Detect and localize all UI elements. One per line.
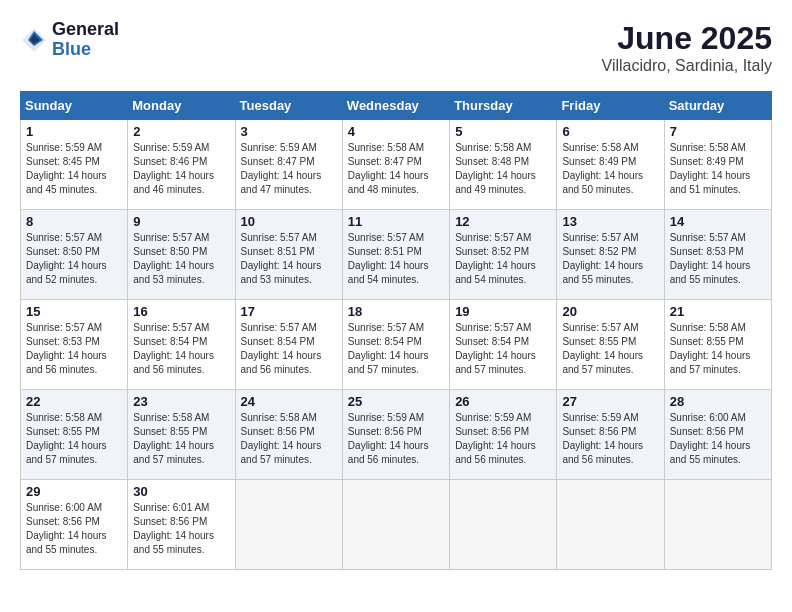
calendar-cell: 9 Sunrise: 5:57 AMSunset: 8:50 PMDayligh… [128,210,235,300]
day-number: 9 [133,214,229,229]
day-number: 25 [348,394,444,409]
title-block: June 2025 Villacidro, Sardinia, Italy [602,20,772,75]
day-info: Sunrise: 5:57 AMSunset: 8:50 PMDaylight:… [26,232,107,285]
calendar-cell: 19 Sunrise: 5:57 AMSunset: 8:54 PMDaylig… [450,300,557,390]
day-number: 29 [26,484,122,499]
calendar-cell: 25 Sunrise: 5:59 AMSunset: 8:56 PMDaylig… [342,390,449,480]
calendar-cell: 24 Sunrise: 5:58 AMSunset: 8:56 PMDaylig… [235,390,342,480]
calendar-cell [235,480,342,570]
calendar-cell [557,480,664,570]
day-number: 23 [133,394,229,409]
day-info: Sunrise: 5:58 AMSunset: 8:55 PMDaylight:… [26,412,107,465]
calendar-header-row: SundayMondayTuesdayWednesdayThursdayFrid… [21,92,772,120]
column-header-monday: Monday [128,92,235,120]
calendar-cell: 14 Sunrise: 5:57 AMSunset: 8:53 PMDaylig… [664,210,771,300]
day-info: Sunrise: 5:58 AMSunset: 8:55 PMDaylight:… [670,322,751,375]
calendar-cell: 16 Sunrise: 5:57 AMSunset: 8:54 PMDaylig… [128,300,235,390]
calendar-cell: 21 Sunrise: 5:58 AMSunset: 8:55 PMDaylig… [664,300,771,390]
page-header: General Blue June 2025 Villacidro, Sardi… [20,20,772,75]
calendar-week-row: 15 Sunrise: 5:57 AMSunset: 8:53 PMDaylig… [21,300,772,390]
day-info: Sunrise: 5:59 AMSunset: 8:56 PMDaylight:… [455,412,536,465]
column-header-thursday: Thursday [450,92,557,120]
logo: General Blue [20,20,119,60]
day-number: 6 [562,124,658,139]
day-info: Sunrise: 5:57 AMSunset: 8:54 PMDaylight:… [455,322,536,375]
day-info: Sunrise: 5:59 AMSunset: 8:45 PMDaylight:… [26,142,107,195]
day-info: Sunrise: 5:58 AMSunset: 8:48 PMDaylight:… [455,142,536,195]
calendar-cell: 17 Sunrise: 5:57 AMSunset: 8:54 PMDaylig… [235,300,342,390]
calendar-cell [450,480,557,570]
day-number: 11 [348,214,444,229]
calendar-cell: 20 Sunrise: 5:57 AMSunset: 8:55 PMDaylig… [557,300,664,390]
day-info: Sunrise: 5:57 AMSunset: 8:53 PMDaylight:… [670,232,751,285]
calendar-cell [664,480,771,570]
day-info: Sunrise: 5:58 AMSunset: 8:49 PMDaylight:… [670,142,751,195]
day-info: Sunrise: 5:59 AMSunset: 8:56 PMDaylight:… [348,412,429,465]
day-info: Sunrise: 5:59 AMSunset: 8:56 PMDaylight:… [562,412,643,465]
calendar-cell: 6 Sunrise: 5:58 AMSunset: 8:49 PMDayligh… [557,120,664,210]
day-info: Sunrise: 5:57 AMSunset: 8:54 PMDaylight:… [241,322,322,375]
day-info: Sunrise: 5:58 AMSunset: 8:49 PMDaylight:… [562,142,643,195]
calendar-table: SundayMondayTuesdayWednesdayThursdayFrid… [20,91,772,570]
column-header-wednesday: Wednesday [342,92,449,120]
day-info: Sunrise: 5:57 AMSunset: 8:50 PMDaylight:… [133,232,214,285]
day-number: 8 [26,214,122,229]
day-number: 28 [670,394,766,409]
calendar-cell: 4 Sunrise: 5:58 AMSunset: 8:47 PMDayligh… [342,120,449,210]
day-number: 20 [562,304,658,319]
day-number: 16 [133,304,229,319]
column-header-tuesday: Tuesday [235,92,342,120]
logo-blue: Blue [52,40,119,60]
day-info: Sunrise: 5:58 AMSunset: 8:56 PMDaylight:… [241,412,322,465]
day-number: 26 [455,394,551,409]
day-number: 18 [348,304,444,319]
day-number: 1 [26,124,122,139]
calendar-cell: 3 Sunrise: 5:59 AMSunset: 8:47 PMDayligh… [235,120,342,210]
day-number: 5 [455,124,551,139]
day-info: Sunrise: 5:57 AMSunset: 8:54 PMDaylight:… [133,322,214,375]
location: Villacidro, Sardinia, Italy [602,57,772,75]
day-number: 15 [26,304,122,319]
calendar-cell: 27 Sunrise: 5:59 AMSunset: 8:56 PMDaylig… [557,390,664,480]
day-info: Sunrise: 5:58 AMSunset: 8:47 PMDaylight:… [348,142,429,195]
calendar-cell: 23 Sunrise: 5:58 AMSunset: 8:55 PMDaylig… [128,390,235,480]
day-info: Sunrise: 5:57 AMSunset: 8:52 PMDaylight:… [455,232,536,285]
calendar-week-row: 8 Sunrise: 5:57 AMSunset: 8:50 PMDayligh… [21,210,772,300]
calendar-cell: 15 Sunrise: 5:57 AMSunset: 8:53 PMDaylig… [21,300,128,390]
column-header-sunday: Sunday [21,92,128,120]
calendar-cell: 29 Sunrise: 6:00 AMSunset: 8:56 PMDaylig… [21,480,128,570]
day-number: 22 [26,394,122,409]
calendar-cell: 12 Sunrise: 5:57 AMSunset: 8:52 PMDaylig… [450,210,557,300]
calendar-week-row: 1 Sunrise: 5:59 AMSunset: 8:45 PMDayligh… [21,120,772,210]
calendar-cell: 26 Sunrise: 5:59 AMSunset: 8:56 PMDaylig… [450,390,557,480]
calendar-cell: 10 Sunrise: 5:57 AMSunset: 8:51 PMDaylig… [235,210,342,300]
day-info: Sunrise: 5:59 AMSunset: 8:47 PMDaylight:… [241,142,322,195]
calendar-cell: 11 Sunrise: 5:57 AMSunset: 8:51 PMDaylig… [342,210,449,300]
day-info: Sunrise: 5:57 AMSunset: 8:53 PMDaylight:… [26,322,107,375]
day-info: Sunrise: 5:58 AMSunset: 8:55 PMDaylight:… [133,412,214,465]
logo-icon [20,26,48,54]
day-number: 19 [455,304,551,319]
column-header-friday: Friday [557,92,664,120]
calendar-cell: 18 Sunrise: 5:57 AMSunset: 8:54 PMDaylig… [342,300,449,390]
day-info: Sunrise: 5:57 AMSunset: 8:51 PMDaylight:… [241,232,322,285]
month-title: June 2025 [602,20,772,57]
day-number: 10 [241,214,337,229]
calendar-cell: 30 Sunrise: 6:01 AMSunset: 8:56 PMDaylig… [128,480,235,570]
day-number: 13 [562,214,658,229]
calendar-week-row: 29 Sunrise: 6:00 AMSunset: 8:56 PMDaylig… [21,480,772,570]
day-number: 27 [562,394,658,409]
day-number: 24 [241,394,337,409]
day-info: Sunrise: 6:01 AMSunset: 8:56 PMDaylight:… [133,502,214,555]
day-number: 12 [455,214,551,229]
calendar-cell: 28 Sunrise: 6:00 AMSunset: 8:56 PMDaylig… [664,390,771,480]
calendar-cell: 7 Sunrise: 5:58 AMSunset: 8:49 PMDayligh… [664,120,771,210]
column-header-saturday: Saturday [664,92,771,120]
logo-text: General Blue [52,20,119,60]
calendar-cell [342,480,449,570]
day-info: Sunrise: 5:57 AMSunset: 8:52 PMDaylight:… [562,232,643,285]
day-info: Sunrise: 5:57 AMSunset: 8:51 PMDaylight:… [348,232,429,285]
day-info: Sunrise: 6:00 AMSunset: 8:56 PMDaylight:… [670,412,751,465]
day-info: Sunrise: 5:57 AMSunset: 8:55 PMDaylight:… [562,322,643,375]
calendar-cell: 13 Sunrise: 5:57 AMSunset: 8:52 PMDaylig… [557,210,664,300]
